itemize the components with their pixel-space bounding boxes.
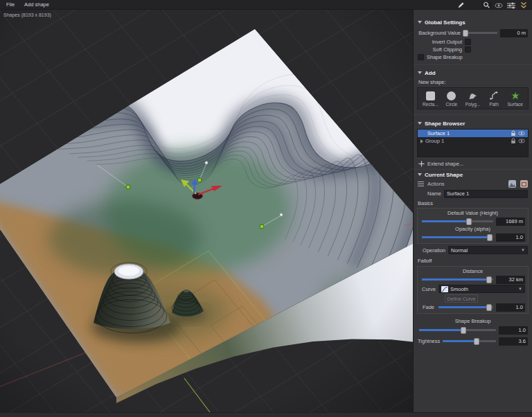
background-value-slider[interactable] bbox=[465, 28, 497, 37]
toolbar-icons bbox=[455, 1, 532, 10]
add-path-button[interactable]: Path bbox=[484, 89, 505, 109]
new-shape-label: New shape: bbox=[414, 79, 532, 86]
thumbnail-gray-icon[interactable] bbox=[508, 180, 516, 188]
collapse-triangle-icon bbox=[418, 122, 422, 125]
resolution-label: Shapes (8193 x 8193) bbox=[3, 12, 51, 17]
shape-row-group[interactable]: Group 1 bbox=[418, 137, 528, 145]
terrain-surface[interactable] bbox=[0, 29, 413, 398]
name-value: Surface 1 bbox=[447, 190, 469, 197]
add-surface-button[interactable]: Surface bbox=[504, 89, 526, 109]
background-value-label: Background Value bbox=[418, 30, 463, 36]
collapse-triangle-icon bbox=[418, 21, 422, 24]
section-shape-browser[interactable]: Shape Browser bbox=[414, 119, 532, 127]
section-title: Current Shape bbox=[425, 172, 463, 178]
add-circle-button[interactable]: Circle bbox=[441, 89, 463, 109]
rectangle-icon bbox=[426, 90, 435, 101]
slider-handle[interactable] bbox=[463, 30, 468, 37]
section-global-settings[interactable]: Global Settings bbox=[414, 18, 532, 26]
slider-handle[interactable] bbox=[486, 276, 492, 283]
shape-button-label: Surface bbox=[507, 102, 522, 107]
slider-handle[interactable] bbox=[487, 234, 493, 241]
fade-slider[interactable] bbox=[438, 303, 493, 312]
thumbnail-red-icon[interactable] bbox=[520, 180, 528, 188]
name-field[interactable]: Surface 1 bbox=[444, 190, 528, 198]
operation-value: Normal bbox=[451, 247, 468, 254]
operation-label: Operation bbox=[418, 247, 448, 254]
app-window: File Add shape Shapes (8193 x 8193) bbox=[0, 0, 532, 417]
slider-handle[interactable] bbox=[474, 338, 479, 345]
section-title: Shape Browser bbox=[425, 121, 465, 127]
pencil-icon[interactable] bbox=[455, 1, 466, 10]
divider bbox=[414, 169, 532, 170]
slider-handle[interactable] bbox=[486, 304, 492, 311]
eye-icon[interactable] bbox=[493, 1, 504, 10]
section-add[interactable]: Add bbox=[414, 69, 532, 77]
default-value-row: 1689 m bbox=[420, 217, 526, 226]
divider bbox=[414, 114, 532, 115]
hamburger-menu-icon[interactable] bbox=[418, 181, 424, 186]
shape-breakup-checkbox[interactable] bbox=[418, 54, 424, 60]
background-value-field[interactable]: 0 m bbox=[500, 29, 528, 37]
shape-breakup-label: Shape Breakup bbox=[424, 54, 463, 60]
fade-field[interactable]: 1.0 bbox=[496, 303, 525, 312]
opacity-field[interactable]: 1.0 bbox=[496, 233, 525, 242]
operation-dropdown[interactable]: Normal ▼ bbox=[448, 246, 528, 254]
section-title: Add bbox=[425, 70, 436, 76]
section-title: Global Settings bbox=[425, 19, 466, 26]
tightness-field[interactable]: 3.6 bbox=[499, 337, 528, 346]
shape-row-surface[interactable]: Surface 1 bbox=[418, 130, 528, 137]
viewport-3d-scene[interactable] bbox=[0, 10, 413, 412]
soft-clipping-checkbox[interactable] bbox=[465, 46, 471, 53]
section-current-shape[interactable]: Current Shape bbox=[414, 170, 532, 179]
shape-button-label: Path bbox=[489, 102, 498, 107]
viewport-3d[interactable]: Shapes (8193 x 8193) bbox=[0, 10, 413, 412]
default-value-field[interactable]: 1689 m bbox=[496, 218, 525, 226]
opacity-slider[interactable] bbox=[422, 233, 493, 242]
soft-clipping-label: Soft Clipping bbox=[418, 46, 465, 53]
slider-handle[interactable] bbox=[461, 327, 466, 334]
default-value-slider[interactable] bbox=[422, 217, 493, 226]
actions-label[interactable]: Actions bbox=[427, 181, 445, 187]
operation-row: Operation Normal ▼ bbox=[414, 246, 532, 254]
shape-row-label: Surface 1 bbox=[420, 130, 509, 136]
distance-field[interactable]: 32 km bbox=[496, 276, 525, 284]
properties-panel: Global Settings Background Value 0 m Inv… bbox=[413, 10, 532, 412]
extend-shape-label: Extend shape... bbox=[427, 161, 463, 167]
visibility-eye-icon[interactable] bbox=[517, 139, 526, 143]
chevron-down-icon: ▼ bbox=[521, 248, 525, 252]
search-icon[interactable] bbox=[481, 1, 492, 10]
tightness-slider[interactable] bbox=[443, 337, 496, 346]
lock-icon[interactable] bbox=[509, 138, 517, 144]
control-point-handle[interactable] bbox=[280, 213, 283, 216]
distance-row: 32 km bbox=[420, 275, 526, 284]
shape-breakup-slider[interactable] bbox=[419, 326, 496, 335]
menu-add-shape[interactable]: Add shape bbox=[19, 0, 54, 10]
add-rectangle-button[interactable]: Recta... bbox=[420, 89, 441, 109]
shape-button-label: Polyg... bbox=[466, 102, 481, 107]
distance-slider[interactable] bbox=[422, 275, 493, 284]
control-point[interactable] bbox=[126, 185, 130, 189]
status-bar bbox=[0, 412, 532, 417]
define-curve-button[interactable]: Define Curve bbox=[445, 294, 478, 303]
shape-button-label: Recta... bbox=[423, 102, 438, 107]
extend-shape-button[interactable]: Extend shape... bbox=[414, 159, 532, 168]
invert-output-checkbox[interactable] bbox=[465, 39, 471, 45]
visibility-eye-icon[interactable] bbox=[517, 131, 526, 136]
slider-handle[interactable] bbox=[466, 218, 472, 225]
path-icon bbox=[489, 90, 499, 101]
settings-sliders-icon[interactable] bbox=[506, 1, 517, 10]
tightness-row: Tightness 3.6 bbox=[414, 337, 532, 346]
shape-breakup-field[interactable]: 1.0 bbox=[499, 326, 528, 335]
expander-icon[interactable] bbox=[420, 139, 423, 143]
control-point-handle[interactable] bbox=[205, 161, 208, 164]
collapse-panel-icon[interactable] bbox=[518, 1, 529, 10]
curve-dropdown[interactable]: Smooth ▼ bbox=[438, 285, 525, 293]
distance-label: Distance bbox=[420, 268, 526, 275]
lock-icon[interactable] bbox=[509, 130, 517, 136]
control-point[interactable] bbox=[260, 224, 264, 229]
menu-file[interactable]: File bbox=[0, 0, 19, 10]
shape-row-label: Group 1 bbox=[425, 138, 509, 144]
control-point[interactable] bbox=[197, 178, 202, 182]
add-polygon-button[interactable]: Polyg... bbox=[462, 89, 484, 109]
fade-label: Fade bbox=[420, 304, 437, 310]
